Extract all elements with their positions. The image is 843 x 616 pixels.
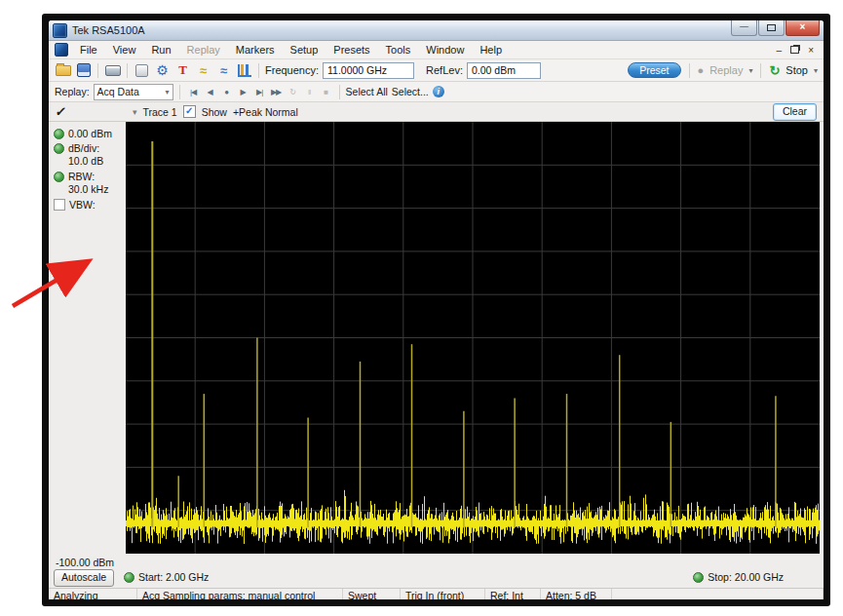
reflev-input[interactable]: 0.00 dBm [467, 62, 541, 79]
trigger-button[interactable]: T [174, 62, 191, 78]
toolbar-separator [179, 85, 180, 99]
frequency-input[interactable]: 11.0000 GHz [323, 62, 414, 79]
adjust-knob-icon [54, 129, 64, 139]
replay-dropdown-caret-icon[interactable]: ▾ [748, 66, 752, 75]
preset-button[interactable]: Preset [628, 62, 680, 78]
toolbar-separator [97, 63, 98, 78]
stop-frequency-control[interactable]: Stop: 20.00 GHz [693, 571, 784, 583]
playback-step-forward-button[interactable]: ▶| [252, 88, 267, 96]
show-trace-checkbox[interactable]: ✓ [183, 105, 196, 118]
open-folder-icon [56, 65, 71, 76]
menu-view[interactable]: View [105, 43, 144, 57]
autoscale-button[interactable]: Autoscale [54, 569, 114, 587]
stop-frequency-label: Stop: 20.00 GHz [708, 571, 784, 583]
frequency-label: Frequency: [265, 64, 319, 76]
menu-bar: FileViewRunReplayMarkersSetupPresetsTool… [49, 41, 824, 59]
screenshot-border-frame: Tek RSA5100A — × FileViewRunReplayMarker… [42, 14, 830, 606]
adjust-knob-icon [54, 172, 64, 182]
trace-expand-chevron-icon[interactable]: ▾ [133, 107, 137, 117]
signal-blue-button[interactable]: ≈ [215, 62, 232, 78]
toolbar-separator [258, 63, 259, 78]
clear-button[interactable]: Clear [773, 103, 817, 121]
main-area: 0.00 dBmdB/div:10.0 dBRBW:30.0 kHzVBW: [49, 122, 824, 555]
signal-yellow-button[interactable]: ≈ [195, 62, 211, 78]
playback-stop-playback-button[interactable]: ■ [319, 88, 333, 96]
playback-step-back-button[interactable]: ◀ [203, 88, 217, 96]
setting-vbw[interactable]: VBW: [49, 197, 126, 212]
show-label: Show [202, 106, 227, 118]
export-button[interactable] [134, 62, 150, 78]
maximize-button[interactable] [758, 20, 785, 36]
close-button[interactable]: × [786, 20, 820, 36]
settings-panel: 0.00 dBmdB/div:10.0 dBRBW:30.0 kHzVBW: [49, 122, 126, 555]
replay-source-select[interactable]: Acq Data ▾ [94, 84, 173, 100]
playback-loop-button[interactable]: ↻ [286, 88, 300, 96]
toolbar-separator [127, 63, 128, 78]
open-file-button[interactable] [55, 62, 71, 78]
settings-button[interactable]: ⚙ [154, 62, 171, 78]
setting-rbw[interactable]: RBW: [49, 169, 126, 183]
adjust-knob-icon [693, 572, 704, 583]
minimize-button[interactable]: — [731, 20, 757, 36]
trace-valid-check-icon: ✓ [55, 104, 68, 119]
info-icon[interactable]: i [433, 86, 444, 97]
save-button[interactable] [75, 62, 92, 78]
reflev-label: RefLev: [426, 64, 463, 76]
status-segment-6 [612, 589, 824, 599]
analysis-button[interactable] [236, 62, 252, 78]
main-toolbar: ⚙ T ≈ ≈ Frequency: 11.0000 GHz RefLev: 0… [49, 59, 824, 82]
playback-record-button[interactable]: ● [219, 88, 234, 96]
status-segment-0: Analyzing [49, 589, 137, 599]
start-frequency-control[interactable]: Start: 2.00 GHz [124, 571, 209, 583]
title-bar[interactable]: Tek RSA5100A — × [49, 20, 824, 41]
setting-db-div[interactable]: dB/div: [49, 140, 126, 155]
mdi-minimize-button[interactable]: – [777, 45, 783, 56]
playback-play-button[interactable]: ▶ [236, 88, 250, 96]
menu-setup[interactable]: Setup [283, 43, 326, 57]
vbw-checkbox[interactable] [54, 199, 65, 211]
mdi-close-button[interactable]: × [808, 45, 814, 56]
menu-file[interactable]: File [72, 43, 105, 57]
setting-label: VBW: [69, 199, 96, 211]
detection-mode-label[interactable]: +Peak Normal [233, 106, 298, 118]
trace-selector[interactable]: Trace 1 [142, 106, 176, 118]
playback-pause-button[interactable]: ‖ [302, 88, 317, 96]
spectrum-display[interactable] [126, 122, 820, 554]
status-segment-4: Ref: Int [485, 589, 541, 599]
replay-button[interactable]: Replay [709, 64, 743, 76]
menu-presets[interactable]: Presets [326, 43, 377, 57]
playback-fast-forward-button[interactable]: ▶▶ [269, 88, 284, 96]
replay-bullet-icon: ● [698, 64, 705, 76]
adjust-knob-icon [124, 572, 134, 583]
setting-label: RBW: [68, 171, 95, 182]
menu-help[interactable]: Help [472, 43, 510, 57]
setting-0-00-dbm[interactable]: 0.00 dBm [49, 126, 126, 140]
window-title: Tek RSA5100A [72, 24, 145, 36]
playback-skip-to-start-button[interactable]: |◀ [186, 88, 201, 96]
stop-dropdown-caret-icon[interactable]: ▾ [814, 66, 818, 75]
settings-panel-items: 0.00 dBmdB/div:10.0 dBRBW:30.0 kHzVBW: [49, 126, 126, 212]
export-icon [135, 64, 148, 77]
mdi-restore-button[interactable] [790, 46, 799, 54]
stop-button[interactable]: Stop [786, 64, 808, 76]
menu-run[interactable]: Run [143, 43, 178, 57]
status-segment-5: Atten: 5 dB [541, 589, 612, 599]
menu-tools[interactable]: Tools [378, 43, 419, 57]
menu-markers[interactable]: Markers [228, 43, 283, 57]
select-button[interactable]: Select... [392, 86, 429, 97]
setting-value: 30.0 kHz [49, 183, 126, 197]
setting-label: 0.00 dBm [68, 128, 112, 139]
playback-controls: |◀◀●▶▶|▶▶↻‖■ [186, 88, 333, 96]
select-all-button[interactable]: Select All [346, 86, 388, 97]
replay-source-label: Replay: [55, 86, 90, 97]
print-button[interactable] [104, 62, 121, 78]
start-frequency-label: Start: 2.00 GHz [138, 571, 209, 583]
replay-toolbar: Replay: Acq Data ▾ |◀◀●▶▶|▶▶↻‖■ Select A… [49, 82, 824, 102]
trace-toolbar: ✓ ▾ Trace 1 ✓ Show +Peak Normal Clear [49, 102, 824, 122]
app-menu-icon[interactable] [55, 43, 68, 57]
menu-window[interactable]: Window [418, 43, 472, 57]
menu-replay[interactable]: Replay [179, 43, 228, 57]
setting-label: dB/div: [68, 142, 99, 154]
setting-value: 10.0 dB [49, 155, 126, 169]
toolbar-separator [689, 63, 690, 78]
